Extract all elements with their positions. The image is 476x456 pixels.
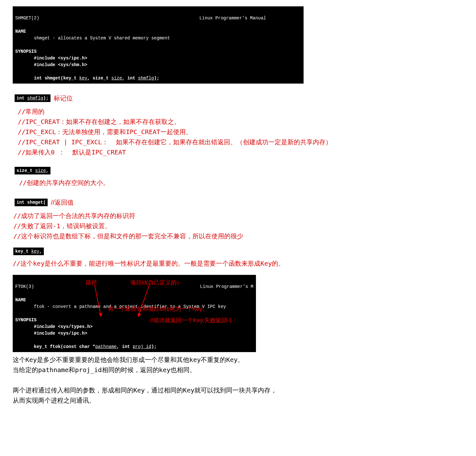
snip2-pre: size_t	[17, 168, 35, 173]
ftok-wrapper: FTOK(3)Linux Programmer's M NAME ftok - …	[13, 275, 254, 352]
man2-inc2: #include <sys/ipc.h>	[34, 331, 87, 336]
manpage-ftok: FTOK(3)Linux Programmer's M NAME ftok - …	[13, 275, 256, 352]
snippet-shmflg: int shmflg);	[15, 94, 50, 102]
man2-sig-proj: proj_id	[133, 344, 151, 349]
man2-name-line: ftok - convert a pathname and a project …	[34, 304, 226, 309]
man2-sig-mid: , int	[117, 344, 132, 349]
block-size: //创建的共享内存空间的大小。	[19, 178, 463, 188]
man1-syn-hdr: SYNOPSIS	[15, 49, 37, 54]
snip4-u: key	[31, 249, 39, 254]
label-flag: 标记位	[54, 93, 73, 103]
man1-sig-flg: shmflg	[138, 76, 154, 81]
final-explanation: 这个Key是多少不重要重要的是他会给我们形成一个尽量和其他key不重复的Key。…	[13, 355, 463, 405]
block-shmflg: //常用的 //IPC_CREAT：如果不存在创建之，如果不存在获取之。 //I…	[18, 106, 463, 157]
label-return: //返回值	[51, 197, 73, 208]
man2-name-hdr: NAME	[15, 297, 26, 303]
snippet-key: key_t key,	[13, 248, 44, 255]
snip4-pre: key_t	[15, 249, 31, 254]
man1-sig-mid2: , int	[122, 76, 138, 81]
man1-sig-end: );	[154, 76, 159, 81]
man2-sig-path: pathname	[95, 344, 117, 349]
snip1-u: shmflg	[27, 96, 43, 101]
man1-inc1: #include <sys/ipc.h>	[34, 56, 87, 61]
man2-right: Linux Programmer's M	[200, 283, 253, 290]
man2-inc1: #include <sys/types.h>	[34, 324, 93, 329]
snippet-return: int shmget(	[15, 199, 48, 206]
snip2-u: size	[35, 168, 46, 173]
man1-right: Linux Programmer's Manual	[199, 15, 301, 22]
man2-left: FTOK(3)	[15, 283, 34, 290]
snippet-size: size_t size,	[15, 167, 50, 174]
snip2-end: ,	[46, 168, 48, 173]
block-return: //成功了返回一个合法的共享内存的标识符 //失败了返回-1，错误码被设置。 /…	[13, 211, 463, 241]
snip1-pre: int	[17, 96, 27, 101]
man1-sig-mid1: , size_t	[87, 76, 111, 81]
man1-sig-size: size	[111, 76, 122, 81]
block-key: //这个key是什么不重要，能进行唯一性标识才是最重要的。一般是需要一个函数来形…	[13, 258, 463, 269]
manpage-shmget: SHMGET(2)Linux Programmer's Manual NAME …	[13, 6, 304, 84]
snip1-end: );	[43, 96, 49, 101]
man2-syn-hdr: SYNOPSIS	[15, 317, 37, 323]
man2-sig-end: );	[151, 344, 157, 349]
snip4-end: ,	[39, 249, 42, 254]
man1-name-hdr: NAME	[15, 29, 26, 34]
man2-sig-pre: key_t ftok(const char *	[34, 344, 95, 349]
man1-sig-key: key	[79, 76, 87, 81]
man1-sig-pre: int shmget(key_t	[34, 76, 79, 81]
man1-inc2: #include <sys/shm.h>	[34, 62, 87, 67]
man1-name-line: shmget - allocates a System V shared mem…	[34, 36, 170, 41]
man1-left: SHMGET(2)	[15, 15, 39, 22]
